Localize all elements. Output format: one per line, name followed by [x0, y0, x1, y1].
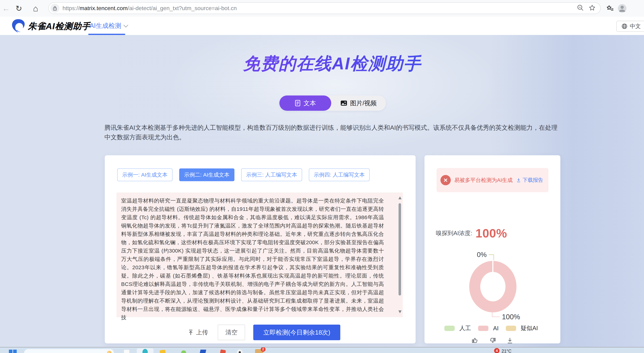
brand-title: 朱雀AI检测助手 [28, 20, 90, 32]
taskbar-app-icon[interactable] [237, 350, 242, 353]
thumbs-down-button[interactable] [489, 337, 496, 345]
collections-icon[interactable] [606, 4, 614, 13]
page-title: 免费的在线AI检测助手 [104, 52, 560, 75]
profile-avatar[interactable] [618, 4, 626, 12]
url-text: https://matrix.tencent.com/ai-detect/ai_… [62, 5, 237, 11]
download-report-link[interactable]: 下载报告 [516, 177, 543, 184]
page-background: 免费的在线AI检测助手 文本 图片/视频 腾讯朱雀AI文本检测基于多种先进的人工… [0, 35, 644, 347]
back-icon[interactable]: ← [0, 0, 12, 17]
globe-icon [621, 23, 628, 29]
chart-legend: 人工 AI 疑似AI [424, 324, 560, 332]
input-text: 室温超导材料的研究一直是凝聚态物理与材料科学领域的重大前沿课题。超导体是一类在特… [121, 196, 384, 322]
language-switcher[interactable]: 中文 [616, 21, 644, 32]
clear-button[interactable]: 清空 [218, 325, 245, 340]
tab-text[interactable]: 文本 [279, 95, 331, 111]
textarea-scrollbar[interactable] [398, 193, 402, 317]
donut-label-hundred: 100% [502, 313, 520, 321]
ai-alert-banner: ✕ 易被多平台检测为AI生成 下载报告 [436, 168, 548, 192]
search-accent-icon [107, 351, 111, 353]
detect-button[interactable]: 立即检测(今日剩余18次) [253, 325, 340, 340]
taskbar-active-app[interactable] [137, 349, 154, 353]
start-button[interactable] [9, 350, 17, 353]
upload-label: 上传 [196, 328, 208, 337]
ai-concentration: 嗅探到AI浓度: 100% [436, 226, 507, 240]
favorite-star-icon[interactable] [588, 4, 596, 12]
taskbar-app-icon[interactable] [200, 350, 206, 353]
ai-ratio-donut-chart: 0% 100% [424, 249, 560, 323]
notification-badge: 4 [494, 348, 500, 353]
legend-label-ai: AI [493, 325, 498, 332]
example-tab-2[interactable]: 示例二: AI生成文本 [179, 168, 234, 181]
taskbar-app-icon[interactable] [124, 350, 129, 353]
legend-swatch-human [444, 326, 455, 331]
zhuque-logo-icon [11, 18, 25, 34]
download-result-button[interactable] [506, 337, 514, 345]
address-bar[interactable]: https://matrix.tencent.com/ai-detect/ai_… [48, 2, 601, 14]
scroll-down-icon[interactable] [398, 311, 402, 313]
home-icon[interactable]: ⌂ [30, 0, 41, 17]
image-icon [340, 100, 347, 106]
download-report-label: 下载报告 [522, 177, 543, 184]
taskbar-app-icon[interactable] [220, 350, 226, 353]
donut-label-zero: 0% [477, 251, 487, 258]
example-tabs: 示例一: AI生成文本 示例二: AI生成文本 示例三: 人工编写文本 示例四:… [117, 168, 370, 181]
tab-image-video[interactable]: 图片/视频 [331, 95, 386, 111]
legend-swatch-suspect [506, 326, 516, 331]
example-tab-1[interactable]: 示例一: AI生成文本 [117, 168, 172, 181]
intro-description: 腾讯朱雀AI文本检测基于多种先进的人工智能模型，构造数百万级别的数据进行训练，能… [104, 123, 564, 142]
taskbar-app-icon[interactable] [160, 350, 166, 353]
site-header: 朱雀AI检测助手 AI生成检测 中文 [0, 17, 644, 35]
text-detect-card: 示例一: AI生成文本 示例二: AI生成文本 示例三: 人工编写文本 示例四:… [105, 155, 416, 344]
weather-temperature[interactable]: 21°C [502, 349, 512, 353]
ai-concentration-label: 嗅探到AI浓度: [436, 229, 472, 237]
app-icon [142, 349, 148, 353]
ai-concentration-value: 100% [476, 226, 507, 240]
legend-swatch-ai [478, 326, 488, 331]
download-icon [516, 178, 521, 183]
legend-label-human: 人工 [459, 324, 471, 332]
lock-icon[interactable] [50, 4, 59, 12]
language-label: 中文 [630, 22, 641, 30]
feedback-row [424, 337, 560, 345]
document-icon [295, 100, 301, 106]
editor-actions: 上传 清空 立即检测(今日剩余18次) [105, 324, 416, 341]
nav-active-underline [88, 34, 125, 35]
upload-button[interactable]: 上传 [188, 324, 208, 341]
chevron-down-icon [124, 23, 128, 27]
result-card: ✕ 易被多平台检测为AI生成 下载报告 嗅探到AI浓度: 100% 0% 100… [424, 155, 560, 344]
error-x-icon: ✕ [440, 175, 451, 185]
zoom-out-icon[interactable] [577, 4, 584, 12]
input-textarea[interactable]: 室温超导材料的研究一直是凝聚态物理与材料科学领域的重大前沿课题。超导体是一类在特… [116, 193, 403, 317]
taskbar-app-icon[interactable] [181, 350, 186, 353]
nav-ai-detect-label: AI生成检测 [90, 21, 121, 30]
upload-icon [188, 330, 194, 336]
scroll-up-icon[interactable] [398, 196, 402, 199]
mode-tabs: 文本 图片/视频 [279, 95, 386, 111]
nav-ai-detect[interactable]: AI生成检测 [90, 17, 128, 35]
thumbs-up-button[interactable] [471, 337, 479, 345]
windows-taskbar: 2 4 21°C [0, 347, 644, 353]
example-tab-4[interactable]: 示例四: 人工编写文本 [309, 168, 370, 181]
tab-media-label: 图片/视频 [350, 99, 377, 107]
browser-toolbar: ← ↻ ⌂ https://matrix.tencent.com/ai-dete… [0, 0, 644, 17]
taskbar-search-box[interactable] [24, 349, 114, 353]
legend-label-suspect: 疑似AI [521, 324, 538, 332]
folder-notification-badge: 2 [261, 347, 266, 352]
example-tab-3[interactable]: 示例三: 人工编写文本 [241, 168, 302, 181]
refresh-icon[interactable]: ↻ [13, 0, 24, 17]
tab-text-label: 文本 [304, 99, 316, 107]
alert-text: 易被多平台检测为AI生成 [454, 177, 512, 184]
scrollbar-thumb[interactable] [398, 203, 401, 296]
